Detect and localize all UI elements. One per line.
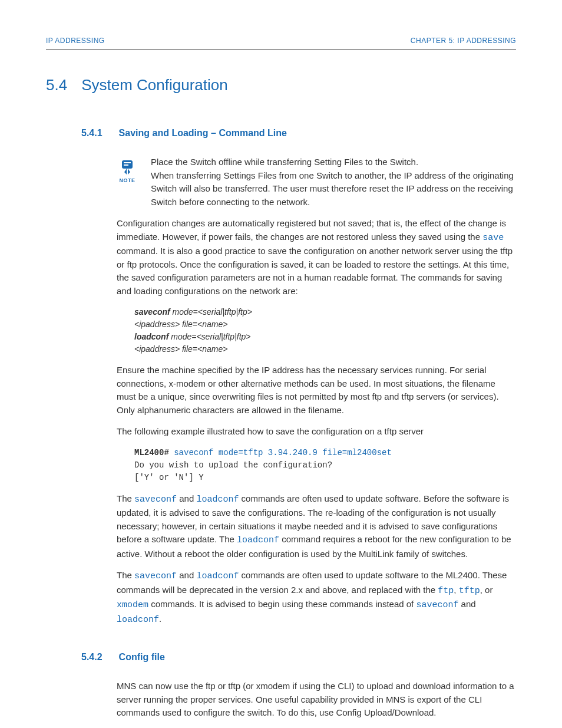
terminal-prompt: ML2400# [134, 448, 169, 457]
paragraph-config-changes: Configuration changes are automatically … [117, 217, 516, 298]
section-heading: 5.4 System Configuration [46, 74, 516, 97]
note-line1: Place the Switch offline while transferr… [151, 156, 516, 169]
paragraph-mns: MNS can now use the ftp or tftp (or xmod… [117, 680, 516, 720]
subsection-number: 5.4.1 [81, 126, 103, 140]
note-label: NOTE [117, 177, 138, 185]
svg-rect-1 [124, 162, 131, 163]
section-number: 5.4 [46, 74, 67, 97]
paragraph-update-software: The saveconf and loadconf commands are o… [117, 492, 516, 561]
svg-rect-2 [124, 164, 128, 166]
terminal-output-1: Do you wish to upload the configuration? [134, 459, 516, 472]
subsection-title: Config file [119, 650, 165, 664]
save-command: save [482, 233, 504, 243]
terminal-example: ML2400# saveconf mode=tftp 3.94.240.9 fi… [134, 447, 516, 484]
header-left: IP ADDRESSING [46, 35, 105, 46]
terminal-command: saveconf mode=tftp 3.94.240.9 file=ml240… [169, 448, 392, 457]
section-title: System Configuration [81, 74, 228, 97]
loadconf-keyword: loadconf [134, 332, 168, 341]
note-block: NOTE Place the Switch offline while tran… [117, 156, 516, 209]
terminal-output-2: ['Y' or 'N'] Y [134, 472, 516, 484]
subsection-title: Saving and Loading – Command Line [119, 126, 287, 140]
header-rule [46, 50, 516, 50]
note-icon: NOTE [117, 156, 138, 209]
page-header: IP ADDRESSING CHAPTER 5: IP ADDRESSING [46, 35, 516, 46]
saveconf-keyword: saveconf [134, 307, 170, 317]
paragraph-deprecated: The saveconf and loadconf commands are o… [117, 569, 516, 627]
subsection-heading-541: 5.4.1 Saving and Loading – Command Line [81, 126, 516, 140]
header-right: CHAPTER 5: IP ADDRESSING [411, 35, 516, 46]
command-syntax-block: saveconf mode=<serial|tftp|ftp> <ipaddre… [134, 306, 516, 355]
subsection-heading-542: 5.4.2 Config file [81, 650, 516, 664]
note-text: Place the Switch offline while transferr… [151, 156, 516, 209]
paragraph-example-intro: The following example illustrated how to… [117, 425, 516, 439]
paragraph-ensure-services: Ensure the machine specified by the IP a… [117, 364, 516, 417]
subsection-number: 5.4.2 [81, 650, 103, 664]
note-line2: When transferring Settings Files from on… [151, 169, 516, 209]
